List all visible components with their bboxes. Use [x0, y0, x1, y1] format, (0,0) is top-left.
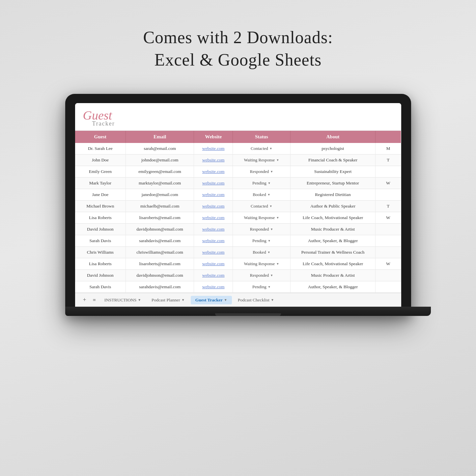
cell-email: davidjohnson@email.com — [126, 224, 194, 235]
cell-status[interactable]: Booked ▼ — [233, 189, 290, 201]
status-text: Contacted — [251, 146, 268, 151]
cell-about: Personal Trainer & Wellness Coach — [290, 247, 376, 258]
table-row: Lisa Roberts lisaroberts@email.com websi… — [75, 258, 401, 270]
cell-status[interactable]: Responded ▼ — [233, 166, 290, 178]
cell-status[interactable]: Contacted ▼ — [233, 201, 290, 212]
cell-status[interactable]: Pending ▼ — [233, 281, 290, 293]
status-dropdown-arrow[interactable]: ▼ — [270, 170, 273, 173]
website-link[interactable]: website.com — [202, 204, 225, 209]
website-link[interactable]: website.com — [202, 227, 225, 232]
website-link[interactable]: website.com — [202, 146, 225, 151]
status-text: Booked — [253, 250, 266, 255]
status-text: Waiting Response — [244, 157, 275, 163]
cell-website[interactable]: website.com — [194, 281, 233, 293]
table-wrapper: Guest Email Website Status About Dr. Sar… — [75, 131, 401, 293]
tab-podcast-planner[interactable]: Podcast Planner ▼ — [147, 296, 189, 304]
cell-email: janedoe@email.com — [126, 189, 194, 201]
status-text: Pending — [252, 284, 266, 290]
table-row: Chris Williams chriswilliams@email.com w… — [75, 247, 401, 258]
col-header-website: Website — [194, 131, 233, 143]
cell-email: marktaylor@email.com — [126, 178, 194, 189]
cell-website[interactable]: website.com — [194, 224, 233, 235]
add-sheet-button[interactable]: + — [80, 295, 89, 305]
status-dropdown-arrow[interactable]: ▼ — [268, 182, 271, 185]
table-header-row: Guest Email Website Status About — [75, 131, 401, 143]
status-dropdown-arrow[interactable]: ▼ — [268, 285, 271, 289]
cell-email: sarahdavis@email.com — [126, 281, 194, 293]
headline: Comes with 2 Downloads: Excel & Google S… — [143, 26, 333, 71]
cell-website[interactable]: website.com — [194, 201, 233, 212]
tab-instructions-label: INSTRUCTIONS — [104, 297, 137, 303]
cell-status[interactable]: Booked ▼ — [233, 247, 290, 258]
status-dropdown-arrow[interactable]: ▼ — [276, 216, 279, 219]
cell-status[interactable]: Waiting Response ▼ — [233, 154, 290, 166]
status-dropdown-arrow[interactable]: ▼ — [269, 205, 272, 208]
website-link[interactable]: website.com — [202, 273, 225, 278]
cell-status[interactable]: Contacted ▼ — [233, 143, 290, 154]
status-dropdown-arrow[interactable]: ▼ — [276, 262, 279, 266]
tab-instructions[interactable]: INSTRUCTIONS ▼ — [100, 296, 146, 304]
cell-extra: W — [376, 258, 401, 270]
cell-website[interactable]: website.com — [194, 166, 233, 178]
table-row: Mark Taylor marktaylor@email.com website… — [75, 178, 401, 189]
cell-status[interactable]: Waiting Response ▼ — [233, 212, 290, 224]
website-link[interactable]: website.com — [202, 192, 225, 197]
cell-status[interactable]: Waiting Response ▼ — [233, 258, 290, 270]
cell-status[interactable]: Responded ▼ — [233, 270, 290, 281]
website-link[interactable]: website.com — [202, 284, 225, 289]
status-dropdown-arrow[interactable]: ▼ — [269, 147, 272, 150]
sheets-menu-button[interactable]: ≡ — [90, 296, 98, 304]
status-text: Contacted — [251, 204, 268, 209]
website-link[interactable]: website.com — [202, 215, 225, 220]
status-dropdown-arrow[interactable]: ▼ — [270, 274, 273, 277]
cell-about: Music Producer & Artist — [290, 270, 376, 281]
cell-website[interactable]: website.com — [194, 178, 233, 189]
tab-podcast-checklist[interactable]: Podcast Checklist ▼ — [233, 296, 279, 304]
table-row: Dr. Sarah Lee sarah@email.com website.co… — [75, 143, 401, 154]
website-link[interactable]: website.com — [202, 181, 225, 185]
tab-guest-tracker[interactable]: Guest Tracker ▼ — [191, 296, 232, 304]
cell-website[interactable]: website.com — [194, 212, 233, 224]
cell-website[interactable]: website.com — [194, 270, 233, 281]
headline-line1: Comes with 2 Downloads: — [143, 26, 333, 49]
cell-extra — [376, 166, 401, 178]
cell-email: michaelb@email.com — [126, 201, 194, 212]
cell-website[interactable]: website.com — [194, 258, 233, 270]
cell-email: lisaroberts@email.com — [126, 212, 194, 224]
cell-website[interactable]: website.com — [194, 247, 233, 258]
cell-status[interactable]: Responded ▼ — [233, 224, 290, 235]
cell-guest: Mark Taylor — [75, 178, 126, 189]
cell-website[interactable]: website.com — [194, 189, 233, 201]
website-link[interactable]: website.com — [202, 261, 225, 266]
status-text: Responded — [250, 169, 269, 174]
tab-guest-tracker-label: Guest Tracker — [195, 297, 223, 303]
website-link[interactable]: website.com — [202, 238, 225, 243]
cell-status[interactable]: Pending ▼ — [233, 178, 290, 189]
website-link[interactable]: website.com — [202, 169, 225, 174]
status-text: Waiting Response — [244, 215, 275, 220]
cell-about: Music Producer & Artist — [290, 224, 376, 235]
table-row: Sarah Davis sarahdavis@email.com website… — [75, 281, 401, 293]
status-dropdown-arrow[interactable]: ▼ — [276, 158, 279, 162]
cell-website[interactable]: website.com — [194, 143, 233, 154]
website-link[interactable]: website.com — [202, 250, 225, 255]
website-link[interactable]: website.com — [202, 157, 225, 162]
status-dropdown-arrow[interactable]: ▼ — [268, 239, 271, 242]
status-dropdown-arrow[interactable]: ▼ — [270, 228, 273, 231]
col-header-guest: Guest — [75, 131, 126, 143]
cell-about: Author, Speaker, & Blogger — [290, 281, 376, 293]
cell-about: Author, Speaker, & Blogger — [290, 235, 376, 247]
cell-about: Entrepreneur, Startup Mentor — [290, 178, 376, 189]
cell-extra: W — [376, 178, 401, 189]
cell-website[interactable]: website.com — [194, 235, 233, 247]
cell-status[interactable]: Pending ▼ — [233, 235, 290, 247]
tab-guest-tracker-arrow: ▼ — [224, 298, 227, 302]
col-header-email: Email — [126, 131, 194, 143]
cell-about: Sustainability Expert — [290, 166, 376, 178]
cell-guest: Jane Doe — [75, 189, 126, 201]
status-dropdown-arrow[interactable]: ▼ — [267, 251, 270, 254]
col-header-about: About — [290, 131, 376, 143]
cell-website[interactable]: website.com — [194, 154, 233, 166]
guest-table: Guest Email Website Status About Dr. Sar… — [75, 131, 401, 293]
status-dropdown-arrow[interactable]: ▼ — [267, 193, 270, 196]
